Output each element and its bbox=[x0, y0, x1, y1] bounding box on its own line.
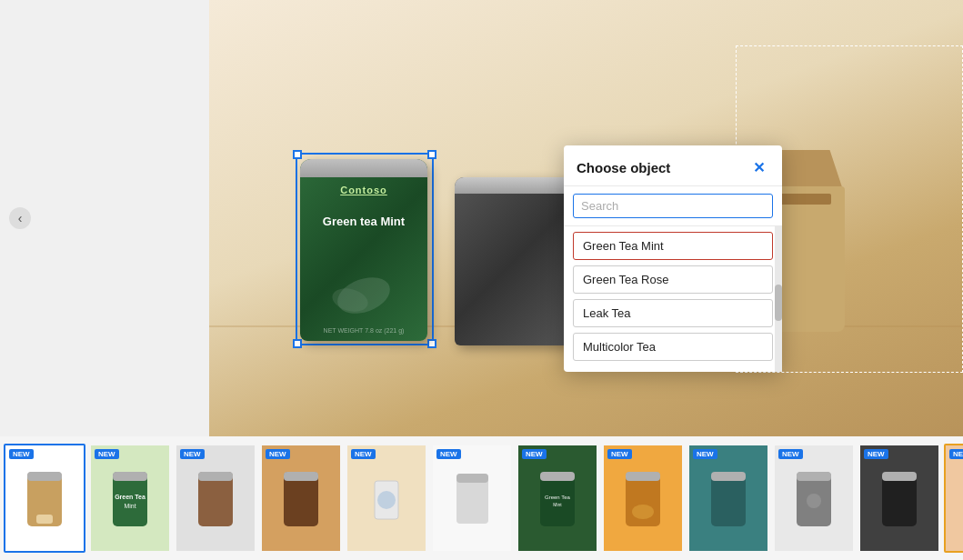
svg-rect-12 bbox=[284, 472, 318, 481]
svg-text:Mint: Mint bbox=[553, 502, 562, 507]
svg-text:Green Tea: Green Tea bbox=[545, 495, 571, 500]
thumbnail-9[interactable]: NEW bbox=[687, 444, 769, 553]
thumbnail-3[interactable]: NEW bbox=[175, 444, 256, 553]
close-icon: ✕ bbox=[753, 159, 765, 176]
thumbnail-10[interactable]: NEW bbox=[773, 444, 855, 553]
search-input[interactable] bbox=[573, 194, 773, 218]
thumb-9-bg bbox=[689, 445, 767, 551]
thumb-8-bg bbox=[604, 445, 682, 551]
thumbnail-12[interactable]: Green Tea NEW bbox=[944, 444, 963, 553]
main-canvas: ‹ Contoso Green tea Mint bbox=[0, 0, 963, 436]
thumb-9-badge: NEW bbox=[693, 449, 717, 459]
thumbnail-5[interactable]: NEW bbox=[346, 444, 427, 553]
thumb-5-badge: NEW bbox=[351, 449, 376, 459]
thumbnail-1[interactable]: NEW bbox=[4, 444, 85, 553]
tea-can-selected[interactable]: Contoso Green tea Mint NET WEIGHT 7.8 oz… bbox=[300, 159, 427, 341]
svg-point-23 bbox=[632, 505, 654, 519]
svg-rect-30 bbox=[882, 472, 917, 481]
thumb-2-bg: Green Tea Mint bbox=[91, 445, 169, 551]
filmstrip: NEW Green Tea Mint NEW NEW bbox=[0, 436, 963, 560]
choose-object-dialog: Choose object ✕ Green Tea Mint Green Tea… bbox=[564, 145, 782, 372]
svg-point-14 bbox=[377, 491, 396, 509]
items-list: Green Tea Mint Green Tea Rose Leak Tea M… bbox=[564, 226, 782, 372]
can-top bbox=[300, 159, 427, 177]
tea-can-2[interactable] bbox=[455, 177, 573, 345]
svg-rect-18 bbox=[540, 472, 575, 481]
thumb-7-badge: NEW bbox=[522, 449, 547, 459]
thumb-4-badge: NEW bbox=[266, 449, 290, 459]
can-leaf-decoration bbox=[327, 268, 400, 323]
thumb-12-bg: Green Tea bbox=[946, 445, 963, 551]
thumb-4-bg bbox=[262, 445, 340, 551]
selection-handle-tl[interactable] bbox=[293, 150, 302, 159]
thumb-8-badge: NEW bbox=[607, 449, 632, 459]
thumbnail-2[interactable]: Green Tea Mint NEW bbox=[89, 444, 171, 553]
nav-left-arrow[interactable]: ‹ bbox=[9, 207, 31, 229]
svg-rect-16 bbox=[456, 474, 488, 483]
thumb-1-badge: NEW bbox=[9, 449, 34, 459]
svg-rect-27 bbox=[797, 472, 831, 481]
list-item-green-tea-rose[interactable]: Green Tea Rose bbox=[573, 265, 773, 294]
sidebar-left: ‹ bbox=[0, 0, 209, 436]
thumb-12-badge: NEW bbox=[949, 449, 963, 459]
can-top-2 bbox=[455, 177, 573, 194]
thumb-2-badge: NEW bbox=[95, 449, 119, 459]
can-brand: Contoso bbox=[300, 185, 427, 195]
svg-rect-4 bbox=[36, 515, 53, 524]
svg-rect-25 bbox=[711, 472, 746, 481]
thumb-10-badge: NEW bbox=[778, 449, 803, 459]
can-body-2 bbox=[455, 177, 573, 345]
svg-text:Mint: Mint bbox=[124, 503, 135, 509]
thumb-11-badge: NEW bbox=[864, 449, 888, 459]
scrollbar-track bbox=[775, 226, 782, 372]
thumb-5-bg bbox=[347, 445, 426, 551]
scrollbar-thumb[interactable] bbox=[775, 285, 782, 321]
thumb-6-badge: NEW bbox=[436, 449, 461, 459]
can-body: Contoso Green tea Mint NET WEIGHT 7.8 oz… bbox=[300, 159, 427, 341]
can-bottom-text: NET WEIGHT 7.8 oz (221 g) bbox=[300, 327, 427, 334]
svg-rect-22 bbox=[626, 472, 660, 481]
dialog-title: Choose object bbox=[577, 160, 670, 175]
search-container bbox=[564, 186, 782, 226]
list-item-green-tea-mint[interactable]: Green Tea Mint bbox=[573, 232, 773, 260]
svg-rect-6 bbox=[113, 472, 147, 481]
can-text-label: Green tea Mint bbox=[300, 214, 427, 230]
svg-text:Green Tea: Green Tea bbox=[115, 494, 145, 500]
thumb-6-bg bbox=[433, 445, 511, 551]
thumb-11-bg bbox=[860, 445, 938, 551]
dialog-header: Choose object ✕ bbox=[564, 145, 782, 186]
svg-rect-10 bbox=[198, 472, 233, 481]
selection-handle-tr[interactable] bbox=[427, 150, 436, 159]
thumb-3-bg bbox=[176, 445, 255, 551]
thumbnail-6[interactable]: NEW bbox=[431, 444, 513, 553]
thumb-3-badge: NEW bbox=[180, 449, 205, 459]
thumbnail-8[interactable]: NEW bbox=[602, 444, 684, 553]
thumb-10-bg bbox=[775, 445, 853, 551]
dialog-close-button[interactable]: ✕ bbox=[747, 156, 769, 178]
svg-point-28 bbox=[807, 494, 821, 508]
list-item-multicolor-tea[interactable]: Multicolor Tea bbox=[573, 333, 773, 361]
selection-handle-br[interactable] bbox=[427, 339, 436, 348]
svg-rect-3 bbox=[27, 472, 62, 481]
list-item-leak-tea[interactable]: Leak Tea bbox=[573, 299, 773, 327]
thumb-7-bg: Green Tea Mint bbox=[518, 445, 597, 551]
thumbnail-7[interactable]: Green Tea Mint NEW bbox=[517, 444, 598, 553]
thumbnail-4[interactable]: NEW bbox=[260, 444, 342, 553]
thumbnail-11[interactable]: NEW bbox=[858, 444, 940, 553]
thumb-1-bg bbox=[5, 445, 84, 551]
canvas-content: Contoso Green tea Mint NET WEIGHT 7.8 oz… bbox=[209, 0, 963, 436]
